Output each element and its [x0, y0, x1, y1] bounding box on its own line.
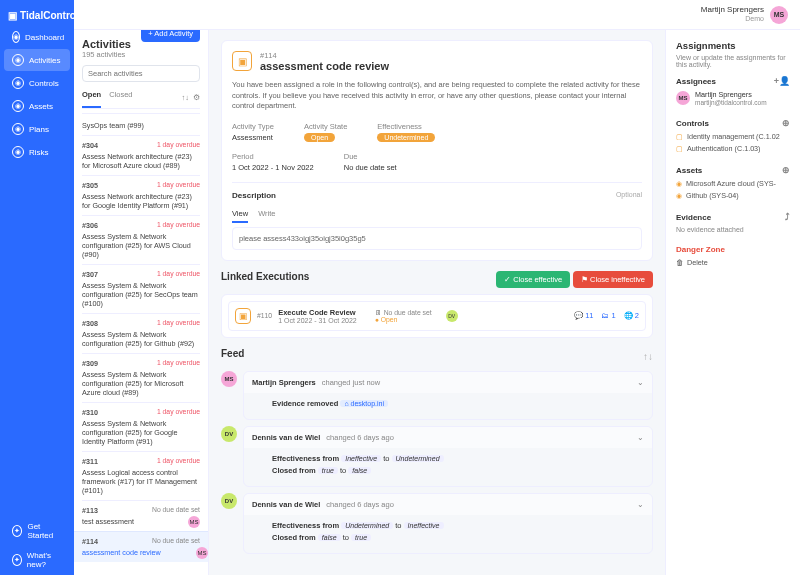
chevron-down-icon[interactable]: ⌄: [637, 433, 644, 442]
chevron-down-icon[interactable]: ⌄: [637, 378, 644, 387]
feed-item: Dennis van de Wiel changed 6 days ago⌄Ef…: [243, 493, 653, 554]
activity-item[interactable]: #3061 day overdueAssess System & Network…: [82, 215, 200, 264]
feed-header[interactable]: Martijn Sprengers changed just now⌄: [244, 372, 652, 393]
feed-header[interactable]: Dennis van de Wiel changed 6 days ago⌄: [244, 427, 652, 448]
add-control-icon[interactable]: ⊕: [782, 118, 790, 128]
activity-item[interactable]: #3081 day overdueAssess System & Network…: [82, 313, 200, 353]
topbar: Martijn SprengersDemo MS: [74, 0, 800, 30]
sort-icon[interactable]: ↑↓: [182, 90, 190, 105]
nav-plans[interactable]: ◉Plans: [4, 118, 70, 140]
activity-item[interactable]: #3101 day overdueAssess System & Network…: [82, 402, 200, 451]
add-activity-button[interactable]: + Add Activity: [141, 30, 200, 42]
chevron-down-icon[interactable]: ⌄: [637, 500, 644, 509]
add-assignee-icon[interactable]: +👤: [774, 76, 790, 86]
link-count[interactable]: 🌐 2: [624, 311, 639, 320]
subtab-view[interactable]: View: [232, 206, 248, 223]
upload-evidence-icon[interactable]: ⤴: [785, 212, 790, 222]
avatar[interactable]: MS: [770, 6, 788, 24]
subtab-write[interactable]: Write: [258, 206, 275, 223]
nav-dashboard[interactable]: ◉Dashboard: [4, 26, 70, 48]
right-panel: Assignments View or update the assignmen…: [665, 30, 800, 575]
activity-item[interactable]: #3071 day overdueAssess System & Network…: [82, 264, 200, 313]
activity-title: assessment code review: [260, 60, 389, 72]
user-name: Martijn SprengersDemo: [701, 6, 764, 22]
filter-icon[interactable]: ⚙: [193, 90, 200, 105]
comment-count[interactable]: 💬 11: [574, 311, 593, 320]
activity-item[interactable]: SysOps team (#99): [82, 113, 200, 135]
feed-header[interactable]: Dennis van de Wiel changed 6 days ago⌄: [244, 494, 652, 515]
nav-risks[interactable]: ◉Risks: [4, 141, 70, 163]
close-ineffective-button[interactable]: ⚑ Close ineffective: [573, 271, 653, 288]
assignee-avatar: DV: [446, 310, 458, 322]
assignee-row[interactable]: MS Martijn Sprengersmartijn@tidalcontrol…: [676, 90, 790, 106]
nav-activities[interactable]: ◉Activities: [4, 49, 70, 71]
activities-panel: Activities + Add Activity 195 activities…: [74, 30, 209, 575]
activity-type-icon: ▣: [232, 51, 252, 71]
tab-closed[interactable]: Closed: [109, 87, 132, 108]
nav-get-started[interactable]: ✦Get Started: [4, 517, 70, 545]
activity-item[interactable]: #3041 day overdueAssess Network architec…: [82, 135, 200, 175]
execution-icon: ▣: [235, 308, 251, 324]
delete-button[interactable]: 🗑Delete: [676, 258, 790, 267]
add-asset-icon[interactable]: ⊕: [782, 165, 790, 175]
nav-assets[interactable]: ◉Assets: [4, 95, 70, 117]
activity-item[interactable]: #3091 day overdueAssess System & Network…: [82, 353, 200, 402]
nav-what-s-new-[interactable]: ✦What's new?: [4, 546, 70, 574]
feed-item: Martijn Sprengers changed just now⌄Evide…: [243, 371, 653, 420]
tab-open[interactable]: Open: [82, 87, 101, 108]
attachment-count[interactable]: 🗂 1: [601, 311, 615, 320]
assignment-note: You have been assigned a role in the fol…: [232, 80, 642, 112]
feed-sort-icon[interactable]: ↑↓: [643, 351, 653, 362]
feed-item: Dennis van de Wiel changed 6 days ago⌄Ef…: [243, 426, 653, 487]
activity-tabs: Open Closed ↑↓⚙: [82, 87, 200, 109]
nav-controls[interactable]: ◉Controls: [4, 72, 70, 94]
sidebar: ▣ TidalControl ◉Dashboard◉Activities◉Con…: [0, 0, 74, 575]
close-effective-button[interactable]: ✓ Close effective: [496, 271, 570, 288]
activity-item[interactable]: #113No due date settest assessmentMS: [82, 500, 200, 531]
asset-item[interactable]: ◉Github (SYS-04): [676, 191, 790, 200]
activity-item[interactable]: #3111 day overdueAssess Logical access c…: [82, 451, 200, 500]
description-box: please assess433oigj35oigj35i0g35g5: [232, 227, 642, 250]
detail-panel: ▣ #114 assessment code review You have b…: [209, 30, 665, 575]
brand: ▣ TidalControl: [0, 6, 74, 25]
search-input[interactable]: [82, 65, 200, 82]
activity-item[interactable]: #3051 day overdueAssess Network architec…: [82, 175, 200, 215]
control-item[interactable]: ▢Identity management (C.1.02: [676, 132, 790, 141]
control-item[interactable]: ▢Authentication (C.1.03): [676, 144, 790, 153]
activity-item[interactable]: #114No due date setassessment code revie…: [74, 531, 208, 562]
linked-execution-row[interactable]: ▣ #110 Execute Code Review 1 Oct 2022 - …: [228, 301, 646, 331]
asset-item[interactable]: ◉Microsoft Azure cloud (SYS-: [676, 179, 790, 188]
